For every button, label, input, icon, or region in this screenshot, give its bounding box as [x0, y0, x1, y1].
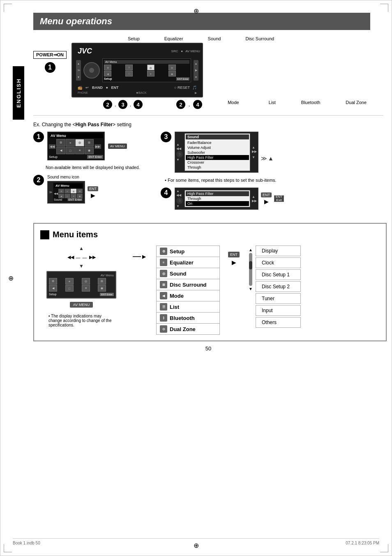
step-2-indicator: 2	[33, 175, 44, 185]
step-3-content: ▲ ◀◀ ℬ ▼ Sound Fader/Balance Volume Adju…	[175, 132, 325, 173]
step-3-row: 3 ▲ ◀◀ ℬ ▼ Sound	[161, 132, 325, 173]
hpf-exit: ENT Exit	[274, 195, 284, 202]
corner-mark-tl	[4, 4, 12, 12]
mode-icon: ◀	[160, 292, 167, 299]
step-2-row: 2 Sound menu icon ≫ AV Menu ◀◀	[33, 175, 152, 204]
sub-menu-others: Others	[256, 317, 301, 328]
step-3-bubble: 3	[118, 100, 127, 109]
bottom-label-mode: Mode	[228, 100, 239, 109]
av-device-ent: ENT Enter	[100, 293, 114, 296]
section-divider-1	[33, 115, 383, 116]
step-3-indicator: 3	[161, 132, 171, 142]
page-number: 50	[33, 345, 383, 352]
menu-item-setup: ⚙ Setup	[156, 246, 220, 257]
step-1-bubble: 1	[45, 62, 55, 73]
step-4-indicator: 4	[161, 188, 171, 198]
sound-item-5: Crossover	[186, 160, 249, 165]
right-steps: 3 ▲ ◀◀ ℬ ▼ Sound	[161, 132, 325, 215]
bottom-label-dual-zone: Dual Zone	[346, 100, 367, 109]
equalizer-icon: ≡	[160, 259, 167, 266]
bottom-label-bluetooth: Bluetooth	[301, 100, 320, 109]
jvc-logo: JVC	[74, 46, 95, 57]
step-2-content: Sound menu icon ≫ AV Menu ◀◀ ⚙	[47, 175, 152, 204]
menu-item-disc-surround: ⊞ Disc Surround	[156, 279, 220, 290]
step-1-row: 1 AV Menu ◀◀ ⚙≡◎⊞ ◀□☀◉	[33, 132, 152, 160]
hpf-box: High Pass Filter Through On	[184, 190, 250, 207]
menu-item-mode: ◀ Mode	[156, 290, 220, 301]
hpf-through: Through	[186, 196, 249, 201]
av-menu-button[interactable]: AV MENU	[108, 144, 127, 149]
corner-mark-br	[380, 544, 388, 552]
step-4-ent[interactable]: ENT	[261, 192, 272, 197]
step-4-row: 4 ▲ ◀◀ ℬ ▼ High Pass	[161, 188, 325, 210]
menu-items-section: Menu items ▲ ◀◀ — — ▶▶ ▼ AV Men	[33, 223, 387, 341]
ex-text: Ex. Changing the <High Pass Filter> sett…	[33, 122, 383, 127]
sound-menu-icon-label: Sound menu icon	[47, 175, 152, 179]
page-title: Menu operations	[33, 13, 370, 30]
step-4b-bubble: 4	[193, 100, 202, 109]
sub-menu-tuner: Tuner	[256, 293, 301, 304]
step-2-bubble: 2	[103, 100, 112, 109]
sub-menu-disc-setup-1: Disc Setup 1	[256, 269, 301, 280]
reg-mark-left: ⊕	[7, 274, 15, 282]
list-icon: ☰	[160, 303, 167, 310]
sound-item-2: Volume Adjust	[186, 145, 249, 150]
non-available-note: Non-available items will be displayed be…	[46, 165, 152, 170]
sub-menu-input: Input	[256, 305, 301, 316]
av-menu-btn[interactable]: AV MENU	[70, 302, 93, 308]
step-2-ent[interactable]: ENT	[88, 186, 98, 191]
sub-menu-col: Display Clock Disc Setup 1 Disc Setup 2 …	[256, 246, 301, 328]
hpf-on: On	[186, 201, 249, 206]
page: ⊕ ⊕ ⊕ ⊕ ENGLISH Menu operations Setup Eq…	[0, 0, 392, 556]
menu-label-equalizer: Equalizer	[164, 36, 183, 41]
av-device-setup-label: Setup	[49, 293, 56, 296]
step-1-indicator: 1	[33, 132, 44, 142]
bluetooth-icon: ᛒ	[160, 314, 167, 322]
step-1-av-menu: AV Menu ◀◀ ⚙≡◎⊞ ◀□☀◉ ▶▶	[47, 132, 105, 160]
bottom-label-list: List	[269, 100, 276, 109]
menu-items-title: Menu items	[40, 230, 380, 239]
jvc-device: JVC SRC ● AV MENU ▲ ≫ ▼	[71, 43, 203, 97]
menu-item-equalizer: ≡ Equalizer	[156, 257, 220, 268]
menu-item-sound: ◎ Sound	[156, 268, 220, 279]
sound-item-4: High Pass Filter	[186, 155, 249, 160]
dual-zone-icon: ⊙	[160, 325, 167, 333]
scroll-bar[interactable]	[249, 253, 252, 286]
sound-list-title: Sound	[186, 134, 249, 139]
step-3-note: For some items, repeat this steps to set…	[161, 178, 325, 183]
menu-items-note: • The display indications may change acc…	[48, 314, 114, 327]
menu-item-list: ☰ List	[156, 301, 220, 313]
disc-surround-icon: ⊞	[160, 281, 167, 288]
sound-item-6: Through	[186, 165, 249, 170]
main-content: Menu operations Setup Equalizer Sound Di…	[33, 13, 383, 352]
page-footer: Book 1.indb 50 07.2.1 8:23:05 PM	[13, 538, 379, 545]
menu-item-bluetooth: ᛒ Bluetooth	[156, 312, 220, 324]
sound-list: Sound Fader/Balance Volume Adjust Subwoo…	[184, 133, 250, 171]
language-label: ENGLISH	[16, 78, 22, 108]
left-steps: 1 AV Menu ◀◀ ⚙≡◎⊞ ◀□☀◉	[33, 132, 152, 215]
sub-menu-disc-setup-2: Disc Setup 2	[256, 281, 301, 292]
scroll-thumb	[249, 261, 252, 269]
footer-left: Book 1.indb 50	[13, 541, 40, 545]
av-menu-label-device: AV Menu	[49, 273, 114, 277]
sound-icon: ◎	[160, 270, 167, 277]
menu-title-icon	[40, 230, 49, 239]
corner-mark-tr	[380, 4, 388, 12]
step-1-av-title: AV Menu	[49, 133, 103, 138]
reg-mark-top: ⊕	[192, 7, 200, 15]
menu-label-setup: Setup	[128, 36, 140, 41]
step-4-bubble: 4	[134, 100, 143, 109]
av-device-mock: AV Menu ⚙ ≡ ◎ ⊞ ◀ □ ☀ ◉ Setup	[46, 271, 116, 299]
steps-section: 1 AV Menu ◀◀ ⚙≡◎⊞ ◀□☀◉	[33, 132, 383, 215]
hpf-title: High Pass Filter	[186, 191, 249, 196]
menu-label-disc-surround: Disc Surround	[245, 36, 274, 41]
power-label: POWER⇒ON	[33, 51, 67, 59]
step-1-content: AV Menu ◀◀ ⚙≡◎⊞ ◀□☀◉ ▶▶	[47, 132, 152, 160]
corner-mark-bl	[4, 544, 12, 552]
sub-menu-display: Display	[256, 246, 301, 256]
ent-button-menu[interactable]: ENT	[228, 252, 240, 257]
step-2b-bubble: 2	[176, 100, 185, 109]
sound-item-3: Subwoofer	[186, 150, 249, 155]
sound-item-1: Fader/Balance	[186, 140, 249, 145]
menu-item-dual-zone: ⊙ Dual Zone	[156, 323, 220, 335]
